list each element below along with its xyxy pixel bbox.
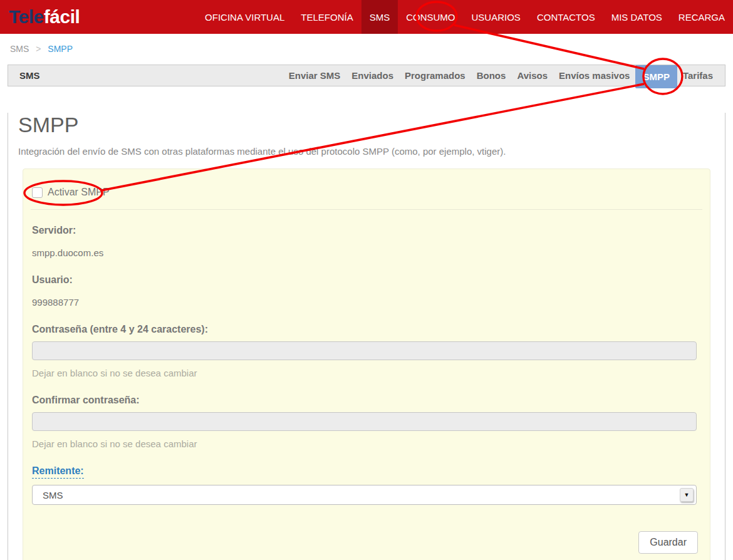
breadcrumb: SMS > SMPP [0, 34, 733, 54]
tab-avisos[interactable]: Avisos [511, 65, 553, 86]
page-description: Integración del envío de SMS con otras p… [18, 146, 725, 157]
page-content: SMPP Integración del envío de SMS con ot… [8, 113, 725, 560]
nav-item-contactos[interactable]: CONTACTOS [529, 0, 603, 34]
sender-field: Remitente: SMS ▼ [31, 465, 702, 505]
breadcrumb-parent[interactable]: SMS [10, 44, 29, 54]
user-field: Usuario: 999888777 [31, 274, 702, 308]
nav-item-consumo[interactable]: CONSUMO [398, 0, 463, 34]
dropdown-arrow-icon[interactable]: ▼ [680, 488, 694, 502]
nav-item-mis-datos[interactable]: MIS DATOS [603, 0, 670, 34]
password-input[interactable] [32, 341, 697, 360]
brand-logo-part2: fácil [44, 6, 80, 27]
form-actions: Guardar [31, 531, 702, 554]
activar-smpp-label: Activar SMPP [48, 187, 110, 198]
brand-logo[interactable]: Telefácil [9, 6, 80, 28]
password-hint: Dejar en blanco si no se desea cambiar [32, 368, 701, 378]
top-navigation: OFICINA VIRTUAL TELEFONÍA SMS CONSUMO US… [197, 0, 733, 34]
smpp-settings-panel: Activar SMPP Servidor: smpp.duocom.es Us… [23, 169, 710, 560]
confirm-password-field: Confirmar contraseña: Dejar en blanco si… [31, 395, 702, 449]
sender-selected-value: SMS [33, 490, 63, 500]
nav-item-telefonia[interactable]: TELEFONÍA [293, 0, 361, 34]
confirm-password-label: Confirmar contraseña: [32, 395, 701, 406]
section-title: SMS [19, 70, 40, 81]
tab-tarifas[interactable]: Tarifas [677, 65, 719, 86]
server-label: Servidor: [32, 225, 701, 236]
tab-smpp[interactable]: SMPP [635, 65, 677, 88]
password-field: Contraseña (entre 4 y 24 caracteres): De… [31, 324, 702, 378]
activar-smpp-checkbox[interactable] [32, 187, 43, 198]
tabs: Enviar SMS Enviados Programados Bonos Av… [283, 65, 725, 86]
breadcrumb-current[interactable]: SMPP [48, 44, 73, 54]
save-button[interactable]: Guardar [638, 531, 698, 554]
activar-smpp-row: Activar SMPP [31, 187, 702, 198]
user-label: Usuario: [32, 274, 701, 286]
section-tab-bar: SMS Enviar SMS Enviados Programados Bono… [8, 65, 725, 86]
nav-item-recarga[interactable]: RECARGA [670, 0, 733, 34]
tab-programados[interactable]: Programados [399, 65, 471, 86]
top-bar: Telefácil OFICINA VIRTUAL TELEFONÍA SMS … [0, 0, 733, 34]
brand-logo-part1: Tele [9, 6, 44, 27]
tab-enviar-sms[interactable]: Enviar SMS [283, 65, 346, 86]
confirm-password-input[interactable] [32, 412, 697, 431]
page-title: SMPP [18, 113, 725, 137]
breadcrumb-separator: > [36, 44, 41, 54]
sender-select[interactable]: SMS ▼ [32, 485, 697, 505]
user-value: 999888777 [32, 297, 701, 308]
sender-label[interactable]: Remitente: [32, 465, 84, 479]
nav-item-sms[interactable]: SMS [361, 0, 398, 34]
main-container: SMS Enviar SMS Enviados Programados Bono… [8, 65, 725, 560]
nav-item-oficina-virtual[interactable]: OFICINA VIRTUAL [197, 0, 293, 34]
server-value: smpp.duocom.es [32, 247, 701, 258]
confirm-password-hint: Dejar en blanco si no se desea cambiar [32, 438, 701, 449]
divider [31, 209, 702, 210]
tab-envios-masivos[interactable]: Envíos masivos [553, 65, 635, 86]
password-label: Contraseña (entre 4 y 24 caracteres): [32, 324, 701, 335]
server-field: Servidor: smpp.duocom.es [31, 225, 702, 258]
tab-bonos[interactable]: Bonos [471, 65, 512, 86]
nav-item-usuarios[interactable]: USUARIOS [464, 0, 529, 34]
tab-enviados[interactable]: Enviados [346, 65, 399, 86]
